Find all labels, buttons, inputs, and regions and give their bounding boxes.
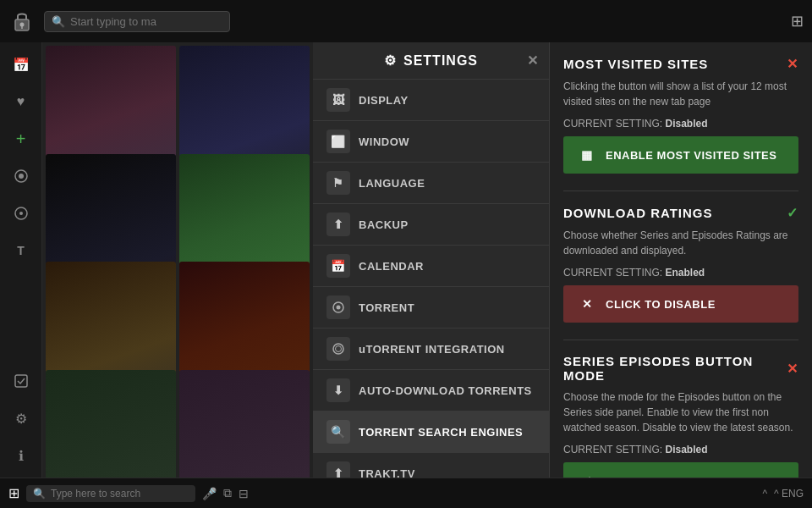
utorrent-label: uTORRENT INTEGRATION — [359, 343, 505, 356]
poster-p8[interactable] — [179, 370, 310, 478]
settings-item-language[interactable]: ⚑ LANGUAGE — [313, 163, 549, 204]
taskbar-windows-icon: ⊞ — [8, 485, 19, 501]
torrent-label: TORRENT — [359, 301, 414, 314]
settings-item-display[interactable]: 🖼 DISPLAY — [313, 80, 549, 121]
left-sidebar: 📅 ♥ + T ⚙ ℹ — [0, 42, 42, 478]
series-episodes-section: SERIES EPISODES BUTTON MODE ✕ Choose the… — [563, 354, 798, 478]
settings-panel: ⚙ SETTINGS ✕ 🖼 DISPLAY ⬜ WINDOW ⚑ LANGUA… — [313, 42, 550, 478]
download-ratings-status-icon: ✓ — [787, 205, 798, 221]
sidebar-icon-add[interactable]: + — [6, 124, 36, 154]
settings-gear-icon: ⚙ — [384, 52, 397, 69]
divider-1 — [563, 190, 798, 191]
torrent-search-label: TORRENT SEARCH ENGINES — [359, 426, 523, 439]
grid-btn-icon: ▦ — [577, 145, 597, 165]
svg-point-10 — [333, 344, 343, 354]
settings-item-trakt[interactable]: ⬆ TRAKT.TV — [313, 453, 549, 478]
settings-item-window[interactable]: ⬜ WINDOW — [313, 121, 549, 163]
check-btn-icon: ✓ — [577, 471, 597, 478]
most-visited-current: CURRENT SETTING: Disabled — [563, 118, 798, 130]
click-to-disable-button[interactable]: ✕ CLICK TO DISABLE — [563, 285, 798, 323]
calendar-settings-icon: 📅 — [326, 254, 350, 278]
display-icon: 🖼 — [326, 88, 350, 112]
settings-title: SETTINGS — [403, 53, 478, 69]
most-visited-desc: Clicking the button will show a list of … — [563, 79, 798, 109]
download-ratings-desc: Choose whether Series and Episodes Ratin… — [563, 228, 798, 258]
divider-2 — [563, 340, 798, 340]
backup-label: BACKUP — [359, 218, 409, 231]
calendar-label: CALENDAR — [359, 260, 424, 273]
sidebar-icon-check[interactable] — [6, 366, 36, 396]
taskbar-mic-icon[interactable]: 🎤 — [202, 487, 217, 500]
window-label: WINDOW — [359, 135, 409, 148]
most-visited-status-icon: ✕ — [787, 56, 798, 72]
settings-header: ⚙ SETTINGS ✕ — [313, 42, 549, 80]
taskbar-search-input[interactable] — [51, 488, 189, 500]
series-episodes-desc: Choose the mode for the Episodes button … — [563, 389, 798, 435]
autodownload-icon: ⬇ — [326, 378, 350, 402]
settings-item-utorrent[interactable]: uTORRENT INTEGRATION — [313, 329, 549, 370]
trakt-label: TRAKT.TV — [359, 467, 415, 478]
window-icon: ⬜ — [326, 130, 350, 153]
series-episodes-current: CURRENT SETTING: Disabled — [563, 444, 798, 456]
sidebar-icon-text[interactable]: T — [6, 235, 36, 266]
search-icon: 🔍 — [52, 15, 65, 28]
download-ratings-section: DOWNLOAD RATINGS ✓ Choose whether Series… — [563, 205, 798, 323]
most-visited-title: MOST VISITED SITES ✕ — [563, 56, 798, 72]
enable-most-visited-button[interactable]: ▦ ENABLE MOST VISITED SITES — [563, 136, 798, 174]
right-panel: MOST VISITED SITES ✕ Clicking the button… — [550, 42, 812, 478]
download-ratings-title: DOWNLOAD RATINGS ✓ — [563, 205, 798, 221]
most-visited-section: MOST VISITED SITES ✕ Clicking the button… — [563, 56, 798, 174]
search-input[interactable] — [70, 15, 222, 28]
sidebar-icon-settings[interactable]: ⚙ — [6, 403, 36, 433]
x-btn-icon: ✕ — [577, 294, 597, 314]
settings-item-autodownload[interactable]: ⬇ AUTO-DOWNLOAD TORRENTS — [313, 370, 549, 411]
sidebar-icon-info[interactable]: ℹ — [6, 440, 36, 471]
taskbar: ⊞ 🔍 🎤 ⧉ ⊟ ^ ^ ENG — [0, 478, 812, 508]
settings-close-button[interactable]: ✕ — [527, 52, 539, 69]
taskbar-right: ^ ^ ENG — [762, 488, 804, 500]
taskbar-notify-icon: ^ — [762, 488, 767, 500]
series-episodes-status-icon: ✕ — [787, 361, 798, 377]
torrent-icon — [326, 295, 350, 319]
trakt-icon: ⬆ — [326, 461, 350, 478]
svg-point-1 — [20, 23, 25, 27]
settings-item-torrent[interactable]: TORRENT — [313, 287, 549, 329]
top-bar: 🔍 ⊞ — [0, 0, 812, 42]
poster-p7[interactable] — [46, 370, 176, 478]
autodownload-label: AUTO-DOWNLOAD TORRENTS — [359, 384, 532, 397]
svg-rect-7 — [15, 375, 27, 387]
torrent-search-icon: 🔍 — [326, 420, 350, 444]
taskbar-search-box[interactable]: 🔍 — [26, 485, 195, 502]
sidebar-icon-circle[interactable] — [6, 198, 36, 229]
click-to-enable-button[interactable]: ✓ CLICK TO ENABLE — [563, 462, 798, 478]
grid-icon[interactable]: ⊞ — [791, 12, 804, 30]
backup-icon: ⬆ — [326, 213, 350, 236]
language-label: LANGUAGE — [359, 177, 425, 190]
search-box[interactable]: 🔍 — [44, 11, 230, 32]
settings-item-backup[interactable]: ⬆ BACKUP — [313, 204, 549, 246]
taskbar-copy-icon[interactable]: ⧉ — [223, 486, 232, 500]
content-grid: BLINDSPOT LUCIFER EXORCIST SOUTH PARK MA… — [42, 42, 313, 478]
settings-item-torrent-search[interactable]: 🔍 TORRENT SEARCH ENGINES — [313, 411, 549, 453]
download-ratings-current: CURRENT SETTING: Enabled — [563, 267, 798, 279]
sidebar-icon-vuze[interactable] — [6, 161, 36, 191]
svg-point-6 — [19, 212, 23, 215]
main-area: 📅 ♥ + T ⚙ ℹ BLINDSPOT LUCIFER EXOR — [0, 42, 812, 478]
series-episodes-title: SERIES EPISODES BUTTON MODE ✕ — [563, 354, 798, 383]
utorrent-icon — [326, 337, 350, 361]
sidebar-icon-calendar[interactable]: 📅 — [6, 49, 36, 80]
sidebar-icon-heart[interactable]: ♥ — [6, 86, 36, 117]
logo — [8, 8, 36, 35]
svg-point-4 — [19, 174, 24, 179]
settings-item-calendar[interactable]: 📅 CALENDAR — [313, 246, 549, 287]
language-icon: ⚑ — [326, 171, 350, 195]
svg-point-9 — [337, 306, 341, 310]
taskbar-app-icon[interactable]: ⊟ — [239, 487, 249, 500]
taskbar-lang: ^ ENG — [774, 488, 804, 500]
display-label: DISPLAY — [359, 94, 409, 107]
taskbar-search-icon: 🔍 — [33, 488, 46, 500]
svg-point-11 — [336, 346, 342, 352]
